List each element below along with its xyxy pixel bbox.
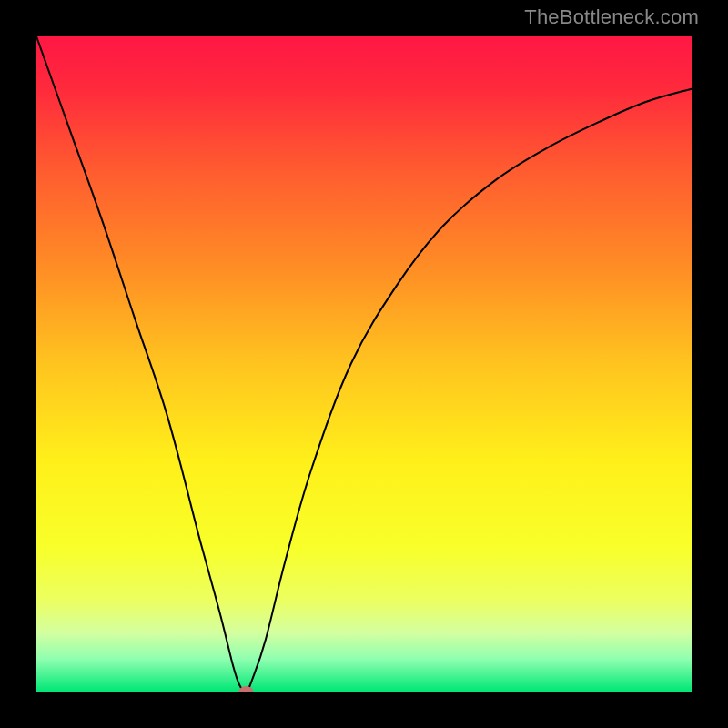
bottleneck-chart — [36, 36, 692, 692]
chart-container: TheBottleneck.com — [0, 0, 728, 728]
chart-background — [36, 36, 692, 692]
watermark-text: TheBottleneck.com — [524, 5, 699, 29]
plot-area — [36, 36, 692, 692]
